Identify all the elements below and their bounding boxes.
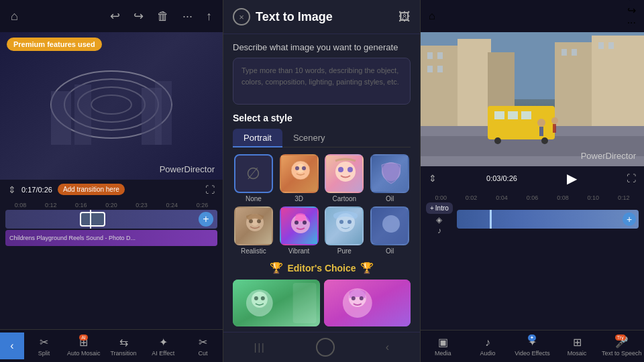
style-tabs: Portrait Scenery	[233, 129, 411, 147]
style-3d[interactable]: 3D	[278, 154, 320, 202]
street-scene	[421, 32, 644, 166]
music-tool-icon[interactable]: ♪	[426, 226, 453, 235]
intro-button[interactable]: + Intro	[426, 202, 453, 214]
image-description-input[interactable]: Type more than 10 words, describing the …	[233, 58, 411, 105]
svg-rect-5	[74, 84, 91, 145]
back-chevron[interactable]: ‹	[386, 341, 389, 353]
try-badge: Try	[615, 335, 626, 341]
share-icon[interactable]: ↑	[203, 7, 215, 26]
style-thumb-3d	[280, 154, 319, 193]
style-realistic[interactable]: Realistic	[233, 206, 274, 255]
media-icon: ▣	[438, 336, 448, 349]
right-timeline: 0:00 0:02 0:04 0:06 0:08 0:10 0:12 + Int…	[421, 190, 644, 330]
audio-track[interactable]: Childrens Playground Reels Sound - Photo…	[5, 230, 217, 246]
style-label-vibrant: Vibrant	[288, 247, 310, 255]
tab-scenery[interactable]: Scenery	[282, 129, 336, 147]
svg-point-64	[551, 117, 558, 124]
right-top-bar: ⌂ ↩ ↪ ··· ↑	[421, 0, 644, 32]
adjust-icon[interactable]: ⇕	[8, 184, 16, 195]
add-clip-btn[interactable]: +	[199, 212, 213, 227]
svg-point-12	[302, 166, 306, 170]
nav-item-split[interactable]: ✂ Split	[24, 333, 64, 359]
svg-point-26	[347, 220, 352, 224]
right-redo-icon[interactable]: ↪	[627, 4, 636, 17]
nav-item-media[interactable]: ▣ Media	[421, 333, 466, 359]
playback-left: ⇕ 0:17/0:26 Add transition here	[8, 184, 125, 195]
style-label-3d: 3D	[294, 195, 303, 202]
choice-thumb-1[interactable]	[233, 280, 320, 326]
modal-title-group: × Text to Image	[233, 8, 333, 25]
tab-portrait[interactable]: Portrait	[233, 129, 282, 147]
redo-icon[interactable]: ↪	[131, 6, 146, 26]
home-icon[interactable]: ⌂	[8, 7, 21, 26]
style-label-realistic: Realistic	[241, 247, 266, 255]
left-panel: ⌂ ↩ ↪ 🗑 ··· ↑ Premium features used	[0, 0, 223, 362]
text-to-image-panel: × Text to Image 🖼 Describe what image yo…	[223, 0, 421, 362]
style-thumb-pure	[325, 206, 364, 245]
nav-item-transition[interactable]: ⇆ Transition	[103, 333, 143, 359]
timeline-cursor	[90, 210, 91, 229]
style-none[interactable]: ∅ None	[233, 154, 274, 202]
right-fullscreen-icon[interactable]: ⛶	[627, 173, 636, 184]
rmarker-6: 0:12	[609, 194, 639, 201]
right-video-track[interactable]: +	[457, 210, 639, 229]
svg-point-61	[541, 137, 548, 144]
style-thumb-vibrant	[280, 206, 319, 245]
clip-selected[interactable]	[80, 212, 105, 227]
timeline-ruler: 0:08 0:12 0:16 0:20 0:23 0:24 0:26	[0, 202, 223, 208]
marker-4: 0:23	[127, 202, 157, 208]
undo-icon[interactable]: ↩	[107, 6, 123, 26]
svg-rect-58	[508, 111, 518, 119]
modal-bottom-bar: ||| ‹	[223, 332, 420, 362]
fullscreen-icon[interactable]: ⛶	[205, 184, 215, 195]
svg-point-14	[338, 167, 343, 172]
ai-effect-icon: ✦	[159, 336, 168, 349]
intro-label: Intro	[435, 204, 449, 212]
audio-track-label: Childrens Playground Reels Sound - Photo…	[9, 235, 136, 241]
effects-tool-icon[interactable]: ◈	[426, 215, 453, 225]
svg-rect-34	[293, 283, 317, 323]
style-oil[interactable]: Oil	[369, 206, 411, 255]
svg-rect-52	[598, 42, 604, 49]
marker-5: 0:24	[157, 202, 187, 208]
right-home-icon[interactable]: ⌂	[429, 10, 435, 22]
right-adjust-icon[interactable]: ⇕	[429, 173, 437, 184]
style-pure[interactable]: Pure	[324, 206, 366, 255]
svg-point-28	[382, 215, 400, 233]
nav-item-mosaic[interactable]: ⊞ Mosaic	[555, 333, 600, 359]
play-button[interactable]: ▶	[567, 170, 577, 186]
nav-item-text-to-speech[interactable]: Try 🎤 Text to Speech	[599, 333, 644, 359]
video-track[interactable]: +	[5, 210, 217, 229]
editors-choice-grid	[233, 280, 411, 326]
nav-item-cut[interactable]: ✂ Cut	[183, 333, 223, 359]
more-icon[interactable]: ···	[180, 7, 195, 26]
describe-label: Describe what image you want to generate	[233, 42, 411, 52]
choice-thumb-2[interactable]	[324, 280, 411, 326]
svg-point-15	[347, 167, 353, 172]
nav-item-auto-mosaic[interactable]: AI ⊞ Auto Mosaic	[64, 333, 103, 359]
nav-item-video-effects[interactable]: ✦ ✦ Video Effects	[510, 333, 555, 359]
style-oil-preview[interactable]: Oil	[369, 154, 411, 202]
style-label-oil: Oil	[386, 247, 394, 255]
close-button[interactable]: ×	[233, 8, 250, 25]
style-vibrant[interactable]: Vibrant	[278, 206, 320, 255]
svg-point-38	[351, 296, 355, 300]
home-circle[interactable]	[316, 338, 335, 357]
right-add-btn[interactable]: +	[623, 213, 636, 226]
editors-choice-title: 🏆 Editor's Choice 🏆	[233, 261, 411, 274]
right-more-icon[interactable]: ···	[627, 17, 636, 29]
video-rings-decoration	[44, 51, 178, 161]
nav-item-ai-effect[interactable]: ✦ AI Effect	[144, 333, 183, 359]
right-panel: ⌂ ↩ ↪ ··· ↑	[421, 0, 644, 362]
premium-badge: Premium features used	[7, 38, 102, 51]
save-icon[interactable]: 🖼	[398, 10, 411, 24]
style-cartoon[interactable]: Cartoon	[324, 154, 366, 202]
delete-icon[interactable]: 🗑	[154, 7, 172, 26]
svg-point-25	[339, 220, 343, 224]
nav-back-btn[interactable]: ‹	[0, 333, 24, 359]
left-powerdirector-label: PowerDirector	[160, 164, 215, 174]
nav-item-audio[interactable]: ♪ Audio	[466, 334, 511, 359]
style-label-none: None	[246, 195, 262, 202]
left-nav-icons: ↩ ↪ 🗑 ··· ↑	[107, 6, 215, 26]
add-transition-tooltip[interactable]: Add transition here	[58, 184, 125, 195]
